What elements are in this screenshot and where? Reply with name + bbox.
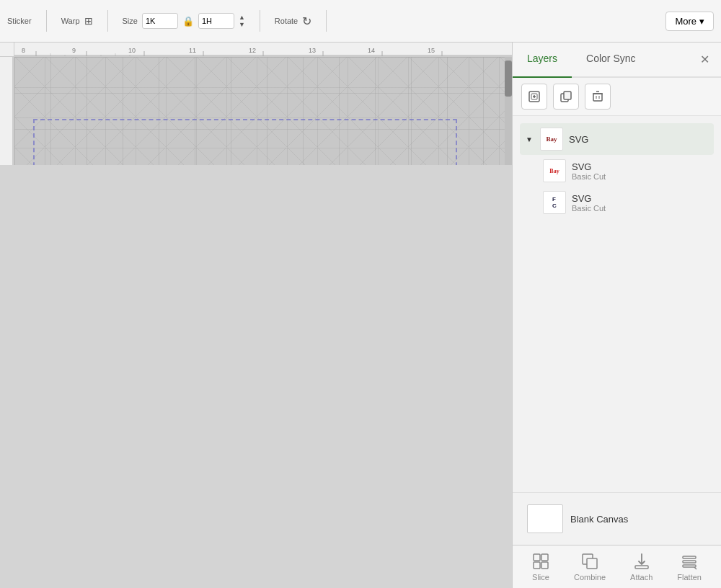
top-toolbar: Sticker Warp ⊞ Size 🔒 ▲ ▼ Rotate ↻ More … [0, 0, 721, 43]
main-area: 8 9 10 11 12 13 14 15 [0, 43, 721, 588]
svg-text:12: 12 [249, 47, 256, 54]
canvas-with-rulers: 8 9 10 11 12 13 14 15 [0, 43, 512, 165]
svg-text:15: 15 [428, 47, 435, 54]
ruler-horizontal: 8 9 10 11 12 13 14 15 [14, 43, 512, 57]
svg-rect-37 [534, 554, 540, 561]
layer-thumb-fc: FC [543, 191, 566, 214]
layer-name-bay: SVG [572, 161, 606, 172]
size-arrows[interactable]: ▲ ▼ [239, 14, 245, 28]
blank-canvas-item[interactable]: Blank Canvas [521, 500, 712, 538]
more-button[interactable]: More ▾ [665, 12, 714, 31]
ruler-corner [0, 43, 14, 57]
svg-rect-39 [534, 562, 540, 569]
svg-text:14: 14 [368, 47, 375, 54]
delete-icon [592, 91, 603, 102]
svg-rect-45 [683, 561, 696, 563]
panel-close-button[interactable]: ✕ [689, 43, 721, 76]
sticker-label: Sticker [7, 17, 32, 25]
svg-rect-38 [541, 554, 548, 561]
rotate-label: Rotate [275, 17, 298, 25]
height-group [198, 13, 234, 29]
svg-text:13: 13 [309, 47, 316, 54]
separator-1 [46, 10, 47, 32]
layer-name-fc: SVG [572, 193, 606, 204]
svg-rect-42 [587, 558, 597, 569]
svg-rect-44 [683, 556, 696, 558]
tab-layers[interactable]: Layers [513, 43, 572, 78]
more-chevron-icon: ▾ [699, 16, 704, 27]
svg-rect-31 [564, 92, 571, 99]
svg-text:8: 8 [22, 47, 25, 54]
attach-icon [633, 553, 650, 570]
layer-info-root: SVG [569, 134, 588, 145]
width-input[interactable] [142, 13, 178, 29]
svg-rect-46 [683, 565, 696, 567]
separator-4 [326, 10, 327, 32]
slice-label: Slice [532, 573, 549, 582]
blank-canvas-label: Blank Canvas [570, 514, 628, 525]
layer-thumb-bay: Bay [543, 159, 566, 182]
layer-subname-bay: Basic Cut [572, 172, 606, 181]
layer-group-root: ▼ Bay SVG Bay S [513, 123, 721, 218]
layers-list: ▼ Bay SVG Bay S [513, 116, 721, 492]
delete-layer-button[interactable] [585, 84, 611, 110]
blank-canvas-thumb [527, 504, 563, 533]
sticker-group: Sticker [7, 17, 32, 25]
ruler-row: 8 9 10 11 12 13 14 15 [0, 43, 512, 57]
combine-icon [581, 553, 598, 570]
layer-info-bay: SVG Basic Cut [572, 161, 606, 181]
svg-text:11: 11 [189, 47, 196, 54]
layer-subname-fc: Basic Cut [572, 204, 606, 213]
v-ruler-svg [0, 57, 14, 165]
flatten-label: Flatten [677, 573, 702, 582]
duplicate-icon [560, 91, 572, 102]
svg-text:9: 9 [72, 47, 76, 54]
bottom-toolbar: Slice Combine Attach [513, 545, 721, 588]
separator-2 [107, 10, 108, 32]
tab-color-sync[interactable]: Color Sync [572, 43, 650, 78]
svg-rect-32 [593, 94, 602, 101]
add-layer-button[interactable] [521, 84, 547, 110]
height-input[interactable] [198, 13, 234, 29]
expand-icon[interactable]: ▼ [526, 135, 534, 143]
slice-button[interactable]: Slice [522, 548, 559, 586]
canvas-area: 8 9 10 11 12 13 14 15 [0, 43, 512, 588]
width-group [142, 13, 178, 29]
combine-button[interactable]: Combine [564, 548, 616, 586]
bay-fc-logo-svg: Bay F C [36, 122, 454, 165]
svg-rect-40 [541, 562, 548, 569]
scrollbar-thumb[interactable] [505, 61, 512, 97]
svg-line-47 [694, 567, 696, 569]
attach-label: Attach [630, 573, 653, 582]
size-group: Size 🔒 ▲ ▼ [123, 13, 245, 29]
flatten-button[interactable]: Flatten [667, 548, 712, 586]
rotate-icon: ↻ [302, 14, 311, 28]
warp-icon: ⊞ [84, 15, 93, 27]
layer-info-fc: SVG Basic Cut [572, 193, 606, 213]
panel-tabs: Layers Color Sync ✕ [513, 43, 721, 78]
layer-name-root: SVG [569, 134, 588, 145]
canvas-viewport[interactable]: Bay F C [14, 57, 512, 165]
ruler-vertical [0, 57, 14, 165]
layer-item-bay[interactable]: Bay SVG Basic Cut [537, 155, 714, 187]
layer-thumb-root: Bay [540, 128, 563, 151]
ruler-svg: 8 9 10 11 12 13 14 15 [14, 43, 512, 57]
warp-group: Warp ⊞ [61, 15, 93, 27]
rotate-group: Rotate ↻ [275, 14, 311, 28]
duplicate-layer-button[interactable] [553, 84, 579, 110]
add-layer-icon [528, 91, 540, 102]
attach-button[interactable]: Attach [620, 548, 663, 586]
panel-toolbar [513, 78, 721, 116]
layer-item-fc[interactable]: FC SVG Basic Cut [537, 187, 714, 218]
logo-container: Bay F C [36, 122, 454, 165]
layer-item-root[interactable]: ▼ Bay SVG [520, 123, 714, 155]
blank-canvas-area: Blank Canvas [513, 492, 721, 545]
right-panel: Layers Color Sync ✕ [512, 43, 721, 588]
scrollbar-track[interactable] [505, 57, 512, 165]
separator-3 [260, 10, 260, 32]
layer-children: Bay SVG Basic Cut FC SVG [520, 155, 714, 218]
size-label: Size [123, 17, 138, 25]
slice-icon [532, 553, 549, 570]
svg-rect-43 [635, 566, 648, 569]
more-label: More [675, 16, 696, 27]
